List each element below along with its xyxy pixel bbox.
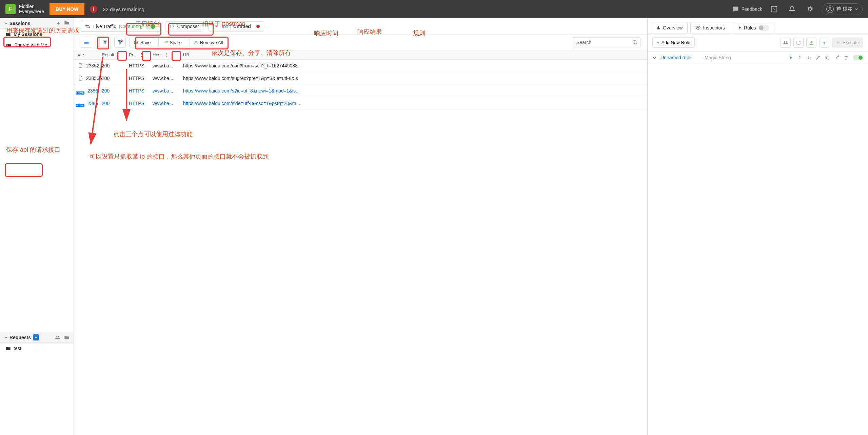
rules-toggle[interactable] xyxy=(758,25,769,31)
save-button[interactable]: Save xyxy=(129,38,155,47)
right-tabs: Overview Inspectors Rules xyxy=(648,18,868,34)
remove-all-button[interactable]: Remove All xyxy=(190,38,227,47)
sidebar-item-shared[interactable]: Shared with Me xyxy=(0,40,74,50)
svg-text:?: ? xyxy=(773,7,775,12)
copy-icon[interactable] xyxy=(825,55,830,60)
document-icon: HTML xyxy=(78,100,84,107)
column-menu-icon[interactable]: ⋮ xyxy=(163,52,170,57)
tab-live-traffic[interactable]: Live Traffic (Capturing) xyxy=(81,21,160,32)
table-row[interactable]: 238535200HTTPSwww.ba...https://www.baidu… xyxy=(74,72,647,85)
sidebar-item-test[interactable]: test xyxy=(0,343,74,354)
chevron-down-icon[interactable] xyxy=(652,56,656,60)
folder-icon xyxy=(5,346,11,351)
svg-point-12 xyxy=(786,41,787,43)
clear-filter-icon[interactable] xyxy=(114,37,126,48)
close-tab-icon[interactable] xyxy=(256,25,260,28)
tabs-row: Live Traffic (Capturing) Composer GET Un… xyxy=(74,18,647,35)
svg-point-2 xyxy=(829,7,831,9)
traffic-panel: Live Traffic (Capturing) Composer GET Un… xyxy=(74,18,648,435)
sidebar: Sessions ＋ My Sessions Shared with Me xyxy=(0,18,74,435)
bell-icon[interactable] xyxy=(786,6,798,13)
buy-now-button[interactable]: BUY NOW xyxy=(50,3,84,15)
chevron-down-icon xyxy=(855,7,858,11)
tab-inspectors[interactable]: Inspectors xyxy=(690,22,730,33)
add-request-icon[interactable]: + xyxy=(33,334,39,340)
group-icon[interactable] xyxy=(781,38,791,48)
folder-icon xyxy=(5,32,11,37)
arrow-down-icon[interactable] xyxy=(807,55,811,60)
search-input[interactable] xyxy=(573,37,640,47)
sort-asc-icon[interactable] xyxy=(82,53,85,57)
logo-text: Fiddler Everywhere xyxy=(19,4,44,15)
days-remaining: 32 days remaining xyxy=(103,6,144,12)
logo: F Fiddler Everywhere xyxy=(5,4,44,15)
capture-toggle[interactable] xyxy=(145,23,156,29)
table-row[interactable]: 238525200HTTPSwww.ba...https://www.baidu… xyxy=(74,60,647,72)
tab-composer[interactable]: Composer xyxy=(165,21,203,32)
avatar-icon xyxy=(826,5,834,13)
user-menu[interactable]: 芦 婷婷 xyxy=(822,3,863,15)
play-icon[interactable] xyxy=(789,56,793,60)
filter-icon[interactable] xyxy=(99,37,111,48)
feedback-button[interactable]: Feedback xyxy=(733,6,762,12)
arrow-up-icon[interactable] xyxy=(798,55,802,60)
add-rule-button[interactable]: + Add New Rule xyxy=(652,37,695,48)
document-icon: HTML xyxy=(78,87,84,95)
play-icon xyxy=(836,41,841,45)
sidebar-item-my-sessions[interactable]: My Sessions xyxy=(0,29,74,40)
save-icon xyxy=(134,40,138,45)
requests-header[interactable]: Requests + xyxy=(0,332,74,343)
upload-icon[interactable] xyxy=(819,38,829,48)
tab-untitled[interactable]: GET Untitled xyxy=(208,21,264,32)
shared-icon xyxy=(5,43,12,47)
user-name: 芦 婷婷 xyxy=(836,6,852,12)
svg-point-7 xyxy=(633,40,636,43)
svg-point-5 xyxy=(58,336,60,338)
toolbar: Save Share Remove All xyxy=(74,35,647,50)
edit-icon[interactable] xyxy=(815,55,820,60)
share-button[interactable]: Share xyxy=(158,38,186,47)
download-icon[interactable] xyxy=(806,38,816,48)
folder-add-icon[interactable] xyxy=(64,20,70,26)
chart-icon xyxy=(656,25,661,30)
svg-point-10 xyxy=(698,27,699,28)
column-menu-icon[interactable]: ⋮ xyxy=(115,52,122,57)
close-icon xyxy=(194,40,198,44)
gear-icon[interactable] xyxy=(804,5,816,13)
svg-rect-13 xyxy=(827,57,829,59)
table-row[interactable]: HTML2386200HTTPSwww.ba...https://www.bai… xyxy=(74,97,647,110)
share-icon[interactable] xyxy=(834,55,839,60)
export-icon[interactable] xyxy=(793,38,804,48)
arrows-icon xyxy=(85,24,91,29)
help-icon[interactable]: ? xyxy=(768,5,781,13)
grid-body: 238525200HTTPSwww.ba...https://www.baidu… xyxy=(74,60,647,110)
warning-icon: ! xyxy=(90,5,97,13)
rule-toggle[interactable] xyxy=(853,55,863,60)
code-icon xyxy=(213,24,217,29)
search-icon xyxy=(632,40,638,45)
svg-point-3 xyxy=(7,45,8,46)
add-icon[interactable]: ＋ xyxy=(56,20,61,26)
rule-row[interactable]: Unnamed rule Magic String xyxy=(648,51,868,64)
share-icon xyxy=(163,40,167,45)
capturing-label: (Capturing) xyxy=(119,24,142,29)
table-row[interactable]: HTML2386200HTTPSwww.ba...https://www.bai… xyxy=(74,85,647,97)
search-box xyxy=(573,37,640,47)
stream-icon[interactable] xyxy=(81,37,92,48)
plus-icon: + xyxy=(657,40,659,45)
svg-point-11 xyxy=(784,41,785,43)
column-menu-icon[interactable]: ⋮ xyxy=(138,52,145,57)
users-icon[interactable] xyxy=(55,335,61,340)
logo-icon: F xyxy=(5,4,16,14)
grid-header: # Result ⋮ Pr... ⋮ Host ⋮ URL xyxy=(74,50,647,60)
trash-icon[interactable] xyxy=(844,55,848,60)
rules-toolbar: + Add New Rule Execute xyxy=(648,34,868,51)
sessions-header[interactable]: Sessions ＋ xyxy=(0,18,74,29)
execute-button[interactable]: Execute xyxy=(832,38,863,47)
folder-add-icon[interactable] xyxy=(64,335,70,340)
rule-name: Unnamed rule xyxy=(660,55,690,60)
tab-overview[interactable]: Overview xyxy=(651,22,688,33)
code-icon xyxy=(170,24,174,29)
method-badge: GET xyxy=(220,24,231,29)
tab-rules[interactable]: Rules xyxy=(733,22,774,34)
